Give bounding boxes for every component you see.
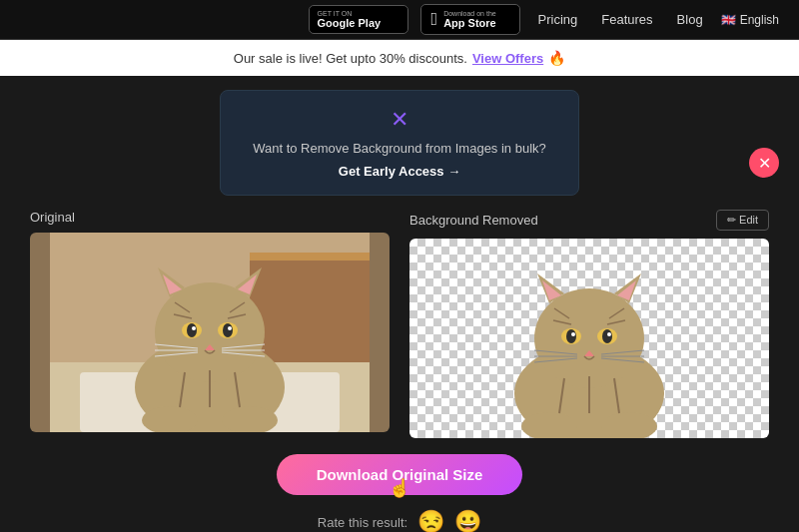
gplay-label-top: GET IT ON	[318, 10, 353, 17]
appstore-label-main: App Store	[443, 17, 496, 29]
svg-point-48	[571, 332, 575, 336]
gplay-label-main: Google Play	[318, 17, 382, 29]
removed-label: Background Removed	[409, 213, 538, 228]
removed-cat-image	[409, 239, 769, 438]
fire-icon: 🔥	[548, 50, 565, 66]
sale-banner: Our sale is live! Get upto 30% discounts…	[0, 40, 799, 76]
bulk-title: Want to Remove Background from Images in…	[241, 141, 558, 156]
cat-removed-svg	[409, 239, 769, 438]
rating-label: Rate this result:	[318, 515, 407, 530]
svg-point-18	[187, 323, 197, 337]
cursor-icon: ☝	[389, 477, 410, 499]
bulk-cta-link[interactable]: Get Early Access →	[241, 164, 558, 179]
pricing-link[interactable]: Pricing	[532, 12, 584, 27]
features-link[interactable]: Features	[595, 12, 658, 27]
main-content: Original	[0, 210, 799, 532]
svg-point-20	[192, 326, 196, 330]
app-store-button[interactable]:  Download on the App Store	[420, 4, 520, 35]
bulk-icon: ✕	[241, 107, 558, 133]
language-selector[interactable]: 🇬🇧 English	[721, 13, 779, 27]
original-image-container	[30, 233, 390, 432]
sale-text: Our sale is live! Get upto 30% discounts…	[234, 51, 467, 66]
view-offers-link[interactable]: View Offers	[472, 51, 543, 66]
svg-rect-2	[250, 253, 370, 372]
svg-point-19	[223, 323, 233, 337]
edit-button[interactable]: ✏ Edit	[716, 210, 769, 231]
images-section: Original	[30, 210, 769, 438]
original-panel: Original	[30, 210, 390, 438]
svg-point-46	[566, 329, 576, 343]
rating-section: Rate this result: 😒 😀	[30, 509, 769, 532]
download-section: Download Original Size ☝	[30, 454, 769, 495]
original-label: Original	[30, 210, 390, 225]
svg-rect-3	[250, 253, 370, 261]
lang-label: English	[740, 13, 779, 27]
bulk-section: ✕ Want to Remove Background from Images …	[220, 90, 579, 196]
svg-point-49	[607, 332, 611, 336]
svg-point-21	[228, 326, 232, 330]
removed-image-container	[409, 239, 769, 438]
svg-point-35	[534, 288, 644, 388]
svg-point-7	[155, 282, 265, 382]
sad-rating-button[interactable]: 😒	[417, 509, 444, 532]
flag-icon: 🇬🇧	[721, 13, 736, 27]
close-button[interactable]: ✕	[749, 148, 779, 178]
removed-label-row: Background Removed ✏ Edit	[409, 210, 769, 231]
removed-panel: Background Removed ✏ Edit	[409, 210, 769, 438]
google-play-button[interactable]: GET IT ON Google Play	[309, 5, 408, 34]
appstore-label-top: Download on the	[443, 10, 496, 17]
original-cat-image	[30, 233, 390, 432]
download-button[interactable]: Download Original Size ☝	[277, 454, 523, 495]
blog-link[interactable]: Blog	[671, 12, 709, 27]
happy-rating-button[interactable]: 😀	[454, 509, 481, 532]
navbar: GET IT ON Google Play  Download on the …	[0, 0, 799, 40]
cat-original-svg	[30, 233, 390, 432]
apple-icon: 	[431, 9, 438, 30]
svg-point-47	[602, 329, 612, 343]
